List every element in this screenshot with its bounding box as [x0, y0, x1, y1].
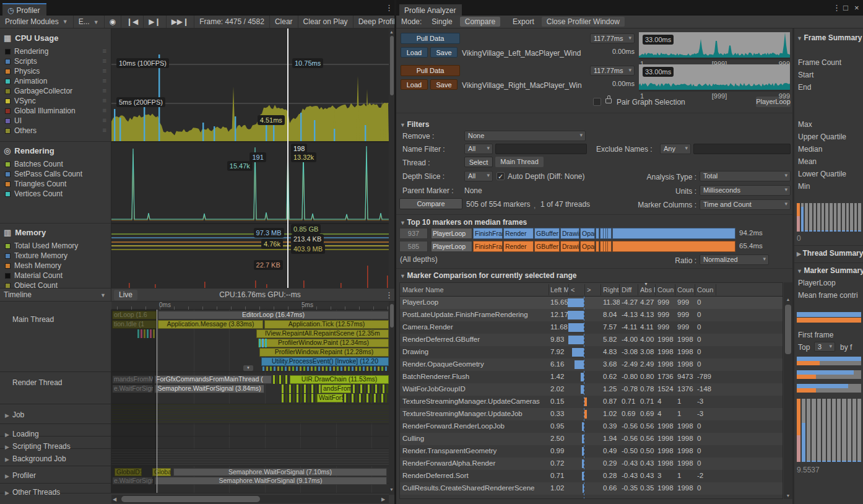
chart-series-item[interactable]: GarbageCollector≡: [5, 87, 109, 96]
median-frame-index[interactable]: 585: [399, 241, 428, 252]
top10-marker-segment[interactable]: [607, 228, 612, 239]
save-button[interactable]: Save: [430, 79, 458, 90]
thread-row-render-thread[interactable]: Render Thread: [12, 376, 63, 386]
tab-profiler[interactable]: ◷Profiler: [2, 3, 46, 15]
table-row[interactable]: TextureStreamingManager.UpdateJob0.331.0…: [400, 408, 783, 420]
column-header[interactable]: >: [587, 286, 599, 293]
scroll-up-icon[interactable]: ▲: [389, 30, 394, 34]
last-frame-button[interactable]: ▶▶❙: [167, 15, 195, 28]
foldout-arrow-icon[interactable]: ▶: [5, 473, 9, 479]
timeline-span[interactable]: lView.RepaintAll.RepaintScene (12.35m: [256, 329, 389, 338]
timeline-span[interactable]: Utility.ProcessEvent() [Invoke] (12.20: [261, 357, 389, 366]
timeline-ruler[interactable]: [111, 302, 389, 310]
maximize-icon[interactable]: □: [843, 3, 848, 12]
top10-marker-segment[interactable]: Render: [503, 241, 534, 252]
top10-marker-segment[interactable]: GBuffer: [534, 228, 560, 239]
top10-foldout[interactable]: ▼ Top 10 markers on median frames: [400, 218, 527, 227]
column-header[interactable]: Left M: [550, 286, 568, 293]
chart-series-item[interactable]: UI≡: [5, 116, 109, 126]
compare-button[interactable]: Compare: [399, 198, 462, 209]
export-button[interactable]: Export: [508, 15, 539, 28]
charts-area[interactable]: 10ms (100FPS)5ms (200FPS)10.75ms4.51ms19…: [111, 28, 389, 288]
timeline-span[interactable]: GlobalD: [152, 468, 171, 476]
top10-marker-segment[interactable]: Opac: [580, 228, 595, 239]
thread-summary-foldout[interactable]: ▶ Thread Summary: [797, 249, 863, 258]
column-header[interactable]: Diff: [622, 286, 638, 293]
mode-single-button[interactable]: Single: [427, 15, 457, 28]
marker-columns-dropdown[interactable]: Time and Count: [700, 199, 791, 210]
lock-icon[interactable]: [605, 98, 612, 103]
save-button[interactable]: Save: [430, 47, 458, 58]
profiler-window-menu-icon[interactable]: ⋮: [385, 3, 393, 12]
thread-row-background-job[interactable]: ▶Background Job: [5, 453, 66, 462]
scroll-down-icon[interactable]: ▼: [389, 487, 394, 492]
foldout-arrow-icon[interactable]: ▶: [5, 490, 9, 496]
foldout-arrow-icon[interactable]: ▶: [5, 412, 9, 419]
top10-marker-segment[interactable]: Drawii: [560, 241, 579, 252]
frame-histogram[interactable]: [797, 203, 861, 232]
thread-row-profiler[interactable]: ▶Profiler: [5, 469, 36, 479]
module-header-memory[interactable]: ▥Memory: [4, 228, 46, 237]
table-row[interactable]: RenderDeferred.GBuffer9.835.82-4.004.001…: [400, 334, 783, 346]
timeline-span[interactable]: ProfilerWindow.Repaint (12.28ms): [259, 348, 389, 357]
pull-data-button[interactable]: Pull Data: [401, 33, 460, 44]
timeline-span[interactable]: Application.Message (3.83ms): [158, 320, 263, 329]
timeline-span[interactable]: WaitForSig: [317, 394, 343, 402]
drag-handle-icon[interactable]: ≡: [103, 87, 106, 94]
chart-series-item[interactable]: Triangles Count: [5, 180, 109, 189]
foldout-arrow-icon[interactable]: ▶: [5, 456, 9, 463]
timeline-span[interactable]: e.WaitForSigna: [112, 477, 153, 485]
memory-chart[interactable]: [111, 224, 389, 288]
thread-row-other-threads[interactable]: ▶Other Threads: [5, 486, 60, 495]
table-row[interactable]: Culling2.501.94-0.560.56199819980: [400, 433, 783, 445]
filters-foldout[interactable]: ▼ Filters: [400, 120, 429, 129]
marker-summary-foldout[interactable]: ▼ Marker Summary: [797, 266, 863, 276]
comparison-table[interactable]: Marker NameLeft M<>RightDiffAbs DCounCou…: [399, 282, 783, 499]
timeline-area[interactable]: 0ms5msMain ThreadRender Thread▶Job▶Loadi…: [0, 302, 394, 504]
scrollbar-thumb[interactable]: [121, 496, 260, 502]
column-header[interactable]: Abs D: [640, 286, 655, 293]
thread-row-main-thread[interactable]: Main Thread: [12, 313, 54, 323]
column-header[interactable]: <: [571, 286, 583, 293]
scroll-left-icon[interactable]: ◀: [113, 497, 116, 502]
prev-frame-button[interactable]: ❙◀: [121, 15, 144, 28]
chart-series-item[interactable]: Texture Memory: [5, 251, 109, 261]
chart-series-item[interactable]: Scripts≡: [5, 57, 109, 66]
remove-dropdown[interactable]: None: [464, 131, 586, 141]
chart-series-item[interactable]: Total Used Memory: [5, 241, 109, 251]
chart-series-item[interactable]: Physics≡: [5, 67, 109, 76]
analyzer-window-menu-icon[interactable]: ⋮: [833, 3, 841, 12]
profiler-modules-dropdown[interactable]: Profiler Modules▼: [0, 15, 74, 28]
range-max-dropdown[interactable]: 117.77ms: [590, 66, 635, 76]
next-frame-button[interactable]: ▶❙: [144, 15, 166, 28]
thread-select-button[interactable]: Select: [464, 157, 493, 167]
target-selector-dropdown[interactable]: E...▼: [74, 15, 105, 28]
top10-marker-segment[interactable]: PlayerLoop: [431, 228, 472, 239]
median-frame-index[interactable]: 937: [399, 228, 428, 239]
top10-marker-segment[interactable]: [596, 241, 599, 252]
table-row[interactable]: BatchRenderer.Flush1.420.62-0.800.801736…: [400, 371, 783, 383]
scrollbar-thumb[interactable]: [390, 36, 394, 95]
column-header[interactable]: Coun: [677, 286, 695, 293]
timeline-menu-icon[interactable]: ⋮: [385, 290, 393, 300]
table-row[interactable]: CullResults.CreateSharedRendererScene1.0…: [400, 482, 783, 495]
table-row[interactable]: PlayerLoop15.6511.38-4.274.279999990: [400, 297, 783, 309]
table-row[interactable]: Render.TransparentGeometry0.990.49-0.500…: [400, 445, 783, 458]
record-button[interactable]: ◉: [105, 15, 121, 28]
thread-row-scripting-threads[interactable]: ▶Scripting Threads: [5, 440, 71, 450]
chart-series-item[interactable]: Vertices Count: [5, 189, 109, 199]
timeline-span[interactable]: e.WaitForSigna: [112, 385, 153, 393]
timeline-span[interactable]: Semaphore.WaitForSignal (7.10ms): [173, 468, 387, 476]
table-row[interactable]: TextureStreamingManager.UpdateCameras0.1…: [400, 396, 783, 408]
timeline-span[interactable]: GlobalD:: [115, 468, 142, 476]
top10-marker-segment[interactable]: FinishFram: [473, 241, 503, 252]
load-button[interactable]: Load: [401, 79, 428, 90]
exclude-names-input[interactable]: [693, 144, 791, 154]
table-row[interactable]: RenderForward.RenderLoopJob0.950.39-0.56…: [400, 420, 783, 433]
cpu-usage-chart[interactable]: [111, 28, 389, 141]
table-row[interactable]: Render.OpaqueGeometry6.163.68-2.492.4919…: [400, 358, 783, 371]
foldout-arrow-icon[interactable]: ▶: [5, 444, 9, 450]
timeline-v-scrollbar[interactable]: [389, 302, 394, 495]
timeline-span[interactable]: UIR.DrawChain (11.53ms): [290, 375, 389, 384]
column-header[interactable]: Right: [603, 286, 620, 293]
